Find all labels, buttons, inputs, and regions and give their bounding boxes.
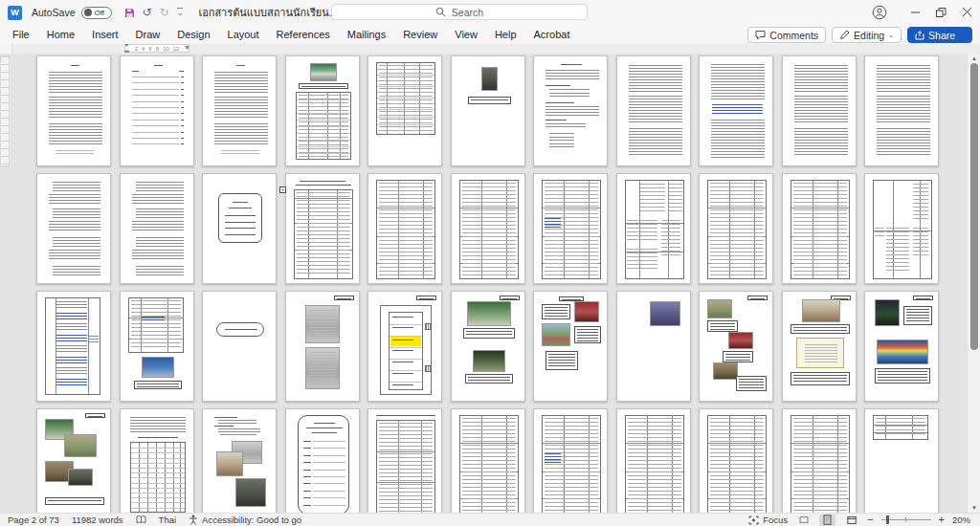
page-thumbnail-43[interactable] xyxy=(782,408,857,513)
horizontal-ruler[interactable]: 2 4 6 8 10 12 xyxy=(124,44,189,53)
tab-file[interactable]: File xyxy=(4,29,38,40)
page-thumbnail-16[interactable] xyxy=(368,173,442,284)
page-thumbnail-28[interactable] xyxy=(451,291,525,402)
page-thumbnail-35[interactable] xyxy=(120,408,194,513)
vertical-ruler[interactable] xyxy=(0,55,10,166)
indent-marker-right-icon[interactable] xyxy=(185,46,189,52)
link-text-lines xyxy=(56,379,87,387)
close-button[interactable] xyxy=(954,0,980,25)
autosave-toggle[interactable]: Off xyxy=(81,7,112,19)
page-thumbnail-13[interactable] xyxy=(120,173,194,284)
editing-button[interactable]: Editing ⌄ xyxy=(832,27,902,43)
scroll-up-icon[interactable]: ▲ xyxy=(968,55,980,62)
restore-button[interactable] xyxy=(928,0,954,25)
page-thumbnail-1[interactable] xyxy=(36,55,111,166)
page-thumbnail-40[interactable] xyxy=(533,408,608,513)
zoom-level[interactable]: 20% xyxy=(952,515,970,525)
page-thumbnail-32[interactable] xyxy=(782,291,857,402)
tab-acrobat[interactable]: Acrobat xyxy=(525,29,579,40)
customize-toolbar-icon[interactable]: ⌄ xyxy=(177,8,184,17)
word-count[interactable]: 11982 words xyxy=(72,515,123,525)
page-thumbnail-17[interactable] xyxy=(451,173,525,284)
tab-mailings[interactable]: Mailings xyxy=(339,29,394,40)
caption-box xyxy=(416,296,436,300)
page-thumbnail-20[interactable] xyxy=(699,173,773,284)
page-thumbnail-42[interactable] xyxy=(699,408,773,513)
page-thumbnail-34[interactable] xyxy=(36,408,111,513)
tab-review[interactable]: Review xyxy=(394,29,446,40)
page-thumbnail-12[interactable] xyxy=(36,173,111,284)
page-thumbnail-5[interactable] xyxy=(368,55,442,166)
page-thumbnail-2[interactable] xyxy=(120,55,194,166)
text-lines xyxy=(214,123,268,146)
page-thumbnail-33[interactable] xyxy=(864,291,939,402)
page-thumbnail-23[interactable] xyxy=(36,291,111,402)
page-thumbnail-44[interactable] xyxy=(864,408,939,513)
web-layout-button[interactable] xyxy=(843,515,859,526)
page-thumbnail-14[interactable] xyxy=(202,173,277,284)
tab-insert[interactable]: Insert xyxy=(83,29,127,40)
redo-icon[interactable]: ↻ xyxy=(160,7,169,18)
page-thumbnail-29[interactable] xyxy=(533,291,608,402)
accessibility-status[interactable]: Accessibility: Good to go xyxy=(189,515,301,525)
page-thumbnail-24[interactable] xyxy=(120,291,194,402)
zoom-out-button[interactable]: − xyxy=(867,515,873,525)
page-thumbnail-39[interactable] xyxy=(451,408,525,513)
caption-box xyxy=(45,497,104,505)
page-thumbnail-9[interactable] xyxy=(699,55,773,166)
page-thumbnail-31[interactable] xyxy=(699,291,773,402)
minimize-button[interactable] xyxy=(902,0,928,25)
share-button[interactable]: Share ⌄ xyxy=(907,27,972,43)
page-thumbnail-36[interactable] xyxy=(202,408,277,513)
page-thumbnail-26[interactable] xyxy=(285,291,360,402)
page-thumbnail-38[interactable] xyxy=(368,408,442,513)
page-thumbnail-21[interactable] xyxy=(782,173,857,284)
zoom-slider-thumb[interactable] xyxy=(886,515,889,524)
page-indicator[interactable]: Page 2 of 73 xyxy=(8,515,59,525)
page-thumbnail-8[interactable] xyxy=(616,55,691,166)
undo-icon[interactable]: ↺ xyxy=(143,7,152,18)
vertical-scrollbar[interactable]: ▲ ▼ xyxy=(967,54,980,513)
page-thumbnail-41[interactable] xyxy=(616,408,691,513)
scrollbar-thumb[interactable] xyxy=(970,63,978,350)
user-avatar[interactable] xyxy=(872,5,887,20)
proofing-icon[interactable] xyxy=(136,515,146,524)
table-line xyxy=(131,493,185,493)
document-area[interactable]: + ▲ ▼ xyxy=(0,54,980,513)
page-thumbnail-37[interactable] xyxy=(285,408,360,513)
page-thumbnail-11[interactable] xyxy=(864,55,939,166)
page-thumbnail-15[interactable]: + xyxy=(285,173,360,284)
tab-references[interactable]: References xyxy=(268,29,339,40)
tab-help[interactable]: Help xyxy=(486,29,525,40)
page-thumbnail-19[interactable] xyxy=(616,173,691,284)
language-indicator[interactable]: Thai xyxy=(159,515,176,525)
tab-draw[interactable]: Draw xyxy=(127,29,169,40)
tab-layout[interactable]: Layout xyxy=(219,29,268,40)
page-thumbnail-30[interactable] xyxy=(616,291,691,402)
read-mode-button[interactable] xyxy=(795,515,812,526)
text-lines xyxy=(711,64,765,100)
tab-design[interactable]: Design xyxy=(168,29,218,40)
page-thumbnail-6[interactable] xyxy=(451,55,525,166)
page-thumbnail-18[interactable] xyxy=(533,173,608,284)
word-logo-icon[interactable]: W xyxy=(8,6,22,20)
autosave-state: Off xyxy=(95,9,105,17)
print-layout-button[interactable] xyxy=(819,515,835,526)
save-icon[interactable] xyxy=(124,8,135,18)
zoom-slider[interactable] xyxy=(881,519,931,520)
page-thumbnail-27[interactable] xyxy=(368,291,442,402)
page-thumbnail-3[interactable] xyxy=(202,55,277,166)
tab-view[interactable]: View xyxy=(446,29,486,40)
focus-button[interactable]: Focus xyxy=(748,515,788,525)
page-thumbnail-25[interactable] xyxy=(202,291,277,402)
page-thumbnail-7[interactable] xyxy=(533,55,608,166)
page-thumbnail-4[interactable] xyxy=(285,55,360,166)
tab-home[interactable]: Home xyxy=(38,29,83,40)
scroll-down-icon[interactable]: ▼ xyxy=(968,504,980,512)
page-thumbnail-22[interactable] xyxy=(864,173,939,284)
comments-button[interactable]: Comments xyxy=(747,27,826,43)
search-box[interactable]: Search xyxy=(331,4,588,20)
page-thumbnail-10[interactable] xyxy=(782,55,857,166)
indent-marker-left-icon[interactable] xyxy=(124,44,129,54)
zoom-in-button[interactable]: + xyxy=(939,515,945,525)
